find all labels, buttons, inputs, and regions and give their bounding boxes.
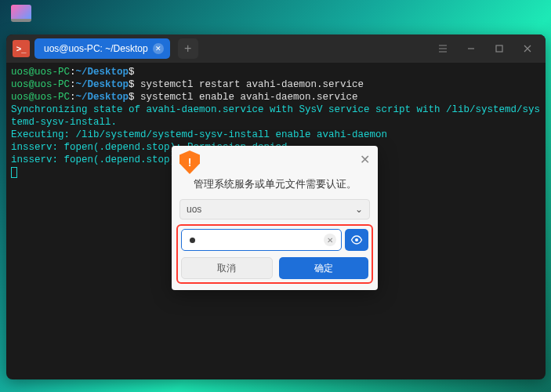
prompt-user: uos@uos-PC (11, 67, 70, 78)
tab-title: uos@uos-PC: ~/Desktop (44, 43, 148, 54)
shield-icon: ! (179, 151, 200, 174)
tab-close-icon[interactable]: ✕ (153, 43, 164, 54)
output-line: Executing: /lib/systemd/systemd-sysv-ins… (11, 129, 387, 140)
terminal-tab[interactable]: uos@uos-PC: ~/Desktop ✕ (34, 38, 170, 59)
ok-button[interactable]: 确定 (279, 257, 369, 279)
password-input[interactable]: ✕ (181, 229, 342, 251)
terminal-app-icon: >_ (13, 40, 30, 57)
svg-rect-0 (496, 45, 502, 52)
new-tab-button[interactable]: + (178, 38, 198, 59)
taskbar-app-icon[interactable] (11, 5, 31, 22)
user-select[interactable]: uos ⌄ (179, 199, 370, 220)
close-button[interactable] (516, 37, 539, 60)
title-bar: >_ uos@uos-PC: ~/Desktop ✕ + (6, 34, 546, 63)
dialog-title: 管理系统服务或单元文件需要认证。 (172, 176, 378, 199)
user-select-value: uos (187, 204, 201, 215)
command-enable: systemctl enable avahi-daemon.service (140, 92, 358, 103)
svg-point-1 (355, 238, 358, 241)
highlight-annotation: ✕ 取消 确定 (176, 224, 373, 284)
cancel-button[interactable]: 取消 (181, 257, 273, 279)
eye-icon (350, 235, 363, 245)
menu-button[interactable] (431, 37, 455, 60)
auth-dialog: ! ✕ 管理系统服务或单元文件需要认证。 uos ⌄ ✕ 取消 确定 (172, 146, 378, 290)
password-mask-dot (190, 238, 195, 243)
toggle-visibility-button[interactable] (345, 229, 368, 251)
output-line: Synchronizing state of avahi-daemon.serv… (11, 104, 540, 128)
dialog-close-icon[interactable]: ✕ (360, 152, 370, 167)
minimize-button[interactable] (459, 37, 483, 60)
clear-input-icon[interactable]: ✕ (324, 234, 336, 246)
chevron-down-icon: ⌄ (355, 204, 363, 215)
cursor (11, 167, 17, 178)
command-restart: systemctl restart avahi-daemon.service (140, 79, 364, 90)
maximize-button[interactable] (488, 37, 511, 60)
